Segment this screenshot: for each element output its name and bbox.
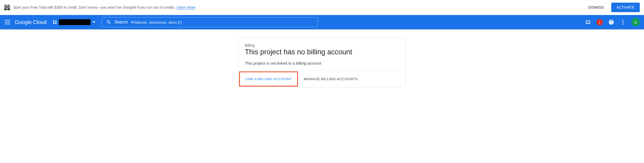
account-avatar[interactable]: S (631, 18, 640, 26)
top-header: Google Cloud Search Products, resources,… (0, 15, 644, 29)
search-container: Search Products, resources, docs (/) (102, 17, 318, 27)
cloud-shell-icon[interactable] (585, 19, 591, 25)
learn-more-link[interactable]: Learn more (177, 5, 196, 10)
card-description: This project is not linked to a billing … (245, 61, 399, 65)
project-picker[interactable] (51, 18, 97, 26)
project-picker-icon (53, 20, 57, 24)
billing-card: Billing This project has no billing acco… (238, 37, 406, 87)
logo-light: Cloud (33, 19, 47, 25)
billing-card-body: Billing This project has no billing acco… (239, 37, 406, 71)
banner-text: Start your Free Trial with $300 in credi… (13, 5, 581, 9)
project-name-redacted (59, 19, 91, 25)
search-label: Search (115, 20, 128, 25)
more-options-icon[interactable] (620, 19, 626, 25)
search-input[interactable]: Search Products, resources, docs (/) (102, 17, 318, 27)
header-actions: 1 S (585, 18, 640, 26)
activate-button[interactable]: ACTIVATE (611, 3, 640, 12)
gift-icon (4, 4, 10, 10)
logo-bold: Google (15, 19, 32, 25)
main-content: Billing This project has no billing acco… (0, 29, 644, 87)
card-actions: LINK A BILLING ACCOUNT MANAGE BILLING AC… (239, 71, 406, 87)
notifications-badge[interactable]: 1 (596, 19, 603, 25)
hamburger-menu-icon[interactable] (4, 19, 11, 25)
link-billing-button[interactable]: LINK A BILLING ACCOUNT (240, 72, 297, 86)
chevron-down-icon (93, 21, 95, 23)
manage-billing-button[interactable]: MANAGE BILLING ACCOUNTS (299, 72, 363, 86)
highlighted-action-outline: LINK A BILLING ACCOUNT (239, 71, 298, 87)
banner-message: Start your Free Trial with $300 in credi… (13, 5, 177, 9)
card-title: This project has no billing account (245, 48, 399, 56)
dismiss-button[interactable]: DISMISS (584, 3, 608, 12)
search-placeholder: Products, resources, docs (/) (131, 20, 182, 25)
search-icon (106, 20, 111, 25)
free-trial-banner: Start your Free Trial with $300 in credi… (0, 0, 644, 15)
gcp-logo[interactable]: Google Cloud (15, 19, 47, 25)
card-eyebrow: Billing (245, 43, 399, 47)
help-icon[interactable] (608, 19, 614, 25)
